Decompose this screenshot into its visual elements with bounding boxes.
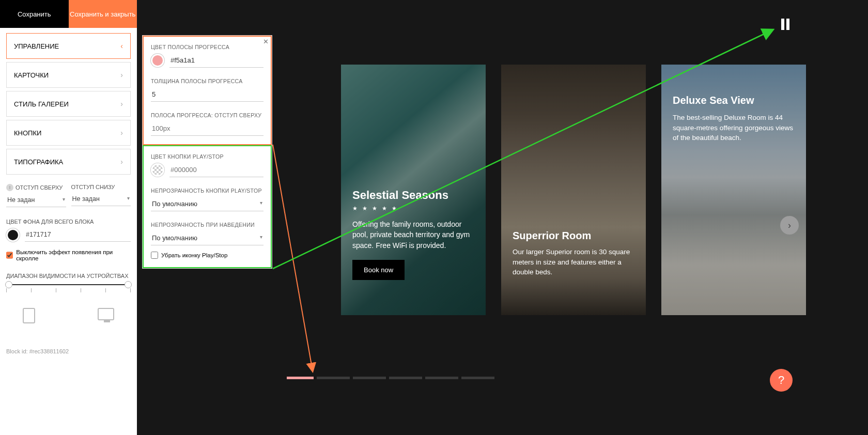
acc-item-cards[interactable]: КАРТОЧКИ › (6, 62, 131, 88)
progress-thickness-input[interactable] (151, 87, 264, 102)
remove-play-icon-label: Убрать иконку Play/Stop (161, 252, 227, 258)
progress-segment (317, 377, 350, 379)
chevron-right-icon: › (120, 100, 123, 108)
acc-label: СТИЛЬ ГАЛЕРЕИ (14, 100, 69, 108)
bg-color-label: ЦВЕТ ФОНА ДЛЯ ВСЕГО БЛОКА (6, 219, 131, 225)
card-desc: Offering the family rooms, outdoor pool,… (352, 219, 474, 251)
card-desc: Our larger Superior room is 30 square me… (513, 247, 634, 277)
play-color-input[interactable] (169, 163, 264, 177)
hover-opacity-label: НЕПРОЗРАЧНОСТЬ ПРИ НАВЕДЕНИИ (151, 222, 264, 228)
progress-segment (287, 377, 314, 379)
chevron-down-icon: ▾ (260, 234, 262, 240)
card-title: Superrior Room (513, 230, 634, 242)
chevron-left-icon: ‹ (120, 42, 123, 50)
acc-label: КНОПКИ (14, 129, 41, 137)
play-settings-group: ЦВЕТ КНОПКИ PLAY/STOP НЕПРОЗРАЧНОСТЬ КНО… (143, 145, 272, 268)
remove-play-icon-checkbox[interactable] (151, 252, 158, 259)
play-color-label: ЦВЕТ КНОПКИ PLAY/STOP (151, 153, 264, 160)
card-desc: The best-selling Deluxe Room is 44 squar… (673, 113, 795, 143)
acc-item-gallery-style[interactable]: СТИЛЬ ГАЛЕРЕИ › (6, 91, 131, 117)
close-icon[interactable]: ✕ (263, 38, 269, 45)
offset-top-label: i ОТСТУП СВЕРХУ (6, 184, 66, 191)
chevron-down-icon: ▾ (260, 200, 262, 206)
bg-color-swatch[interactable] (6, 228, 20, 242)
card-title: Deluxe Sea View (673, 95, 795, 106)
info-icon: i (6, 184, 13, 191)
block-id: Block id: #rec338811602 (6, 348, 131, 354)
save-close-button[interactable]: Сохранить и закрыть (69, 0, 137, 28)
disable-scroll-effect-label: Выключить эффект появления при скролле (16, 249, 131, 261)
progress-offset-input[interactable] (151, 121, 264, 136)
range-ticks (6, 288, 131, 292)
acc-label: ТИПОГРАФИКА (14, 158, 63, 166)
play-color-swatch[interactable] (151, 163, 164, 177)
progress-segment (389, 377, 422, 379)
play-opacity-select[interactable] (151, 197, 264, 211)
chevron-right-icon: › (120, 158, 123, 166)
offset-top-select[interactable] (6, 193, 66, 207)
book-now-button[interactable]: Book now (352, 260, 405, 280)
progress-bar[interactable] (287, 377, 494, 379)
save-button[interactable]: Сохранить (0, 0, 69, 28)
progress-settings-group: ЦВЕТ ПОЛОСЫ ПРОГРЕССА ТОЛЩИНА ПОЛОСЫ ПРО… (143, 36, 272, 145)
chevron-down-icon: ▾ (127, 195, 130, 201)
settings-flyout: ✕ ЦВЕТ ПОЛОСЫ ПРОГРЕССА ТОЛЩИНА ПОЛОСЫ П… (142, 35, 272, 269)
chevron-right-icon: › (120, 129, 123, 137)
svg-line-0 (273, 145, 313, 371)
acc-item-typography[interactable]: ТИПОГРАФИКА › (6, 149, 131, 175)
progress-offset-label: ПОЛОСА ПРОГРЕССА: ОТСТУП СВЕРХУ (151, 112, 264, 118)
chevron-down-icon: ▾ (63, 196, 65, 202)
progress-segment (461, 377, 494, 379)
acc-item-management[interactable]: УПРАВЛЕНИЕ ‹ (6, 33, 131, 59)
next-arrow-button[interactable]: › (780, 216, 799, 235)
card-1[interactable]: Selestial Seasons ★ ★ ★ ★ ★ Offering the… (341, 65, 486, 315)
hover-opacity-select[interactable] (151, 231, 264, 245)
device-range-slider[interactable] (6, 284, 131, 285)
disable-scroll-effect-checkbox[interactable] (6, 252, 13, 259)
offset-bottom-label: ОТСТУП СНИЗУ (71, 184, 131, 190)
progress-segment (425, 377, 458, 379)
mobile-icon (23, 308, 35, 323)
card-title: Selestial Seasons (352, 189, 474, 202)
card-image (501, 65, 646, 315)
pause-button[interactable] (781, 19, 793, 30)
chevron-right-icon: › (120, 71, 123, 79)
play-opacity-label: НЕПРОЗРАЧНОСТЬ КНОПКИ PLAY/STOP (151, 188, 264, 194)
acc-label: КАРТОЧКИ (14, 71, 49, 79)
acc-item-buttons[interactable]: КНОПКИ › (6, 120, 131, 146)
help-fab[interactable]: ? (770, 369, 793, 392)
progress-color-swatch[interactable] (151, 54, 164, 67)
card-stars: ★ ★ ★ ★ ★ (352, 205, 474, 212)
desktop-icon (98, 308, 114, 320)
progress-thickness-label: ТОЛЩИНА ПОЛОСЫ ПРОГРЕССА (151, 78, 264, 84)
card-2[interactable]: Superrior Room Our larger Superior room … (501, 65, 646, 315)
progress-segment (353, 377, 386, 379)
acc-label: УПРАВЛЕНИЕ (14, 42, 59, 50)
device-range-label: ДИАПАЗОН ВИДИМОСТИ НА УСТРОЙСТВАХ (6, 273, 131, 279)
bg-color-input[interactable] (25, 228, 131, 242)
card-3[interactable]: Deluxe Sea View The best-selling Deluxe … (661, 65, 806, 315)
progress-color-input[interactable] (169, 53, 264, 68)
offset-bottom-select[interactable] (71, 192, 131, 206)
progress-color-label: ЦВЕТ ПОЛОСЫ ПРОГРЕССА (151, 44, 264, 50)
